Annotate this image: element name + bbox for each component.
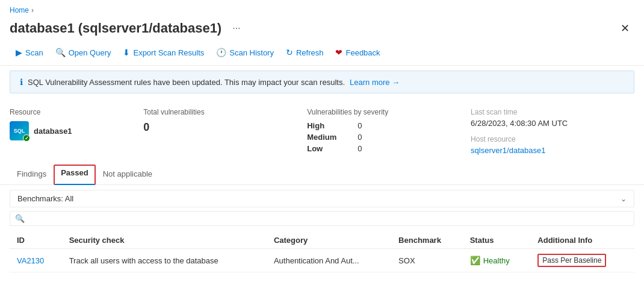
status-healthy: ✅ Healthy bbox=[470, 256, 524, 265]
results-table: ID Security check Category Benchmark Sta… bbox=[10, 231, 634, 272]
severity-medium-count: 0 bbox=[358, 133, 362, 142]
severity-block: Vulnerabilities by severity High 0 Mediu… bbox=[307, 108, 471, 153]
header: database1 (sqlserver1/database1) ··· ✕ bbox=[0, 17, 644, 42]
sql-badge: ✓ bbox=[23, 134, 30, 142]
sql-icon: SQL ✓ bbox=[10, 121, 29, 140]
cell-category: Authentication And Aut... bbox=[267, 249, 391, 272]
open-query-icon: 🔍 bbox=[55, 48, 66, 57]
scan-icon: ▶ bbox=[16, 48, 22, 57]
total-vulns-block: Total vulnerabilities 0 bbox=[143, 108, 307, 134]
severity-high-label: High bbox=[307, 121, 343, 130]
chevron-down-icon: ⌄ bbox=[621, 195, 627, 203]
table-row: VA2130 Track all users with access to th… bbox=[10, 249, 634, 272]
export-label: Export Scan Results bbox=[133, 48, 204, 57]
last-scan-value: 6/28/2023, 4:08:30 AM UTC bbox=[471, 119, 620, 128]
scan-history-button[interactable]: 🕐 Scan History bbox=[210, 45, 280, 60]
tab-passed[interactable]: Passed bbox=[54, 165, 96, 185]
scan-info-block: Last scan time 6/28/2023, 4:08:30 AM UTC… bbox=[471, 108, 634, 155]
column-id: ID bbox=[10, 231, 62, 249]
breadcrumb-home[interactable]: Home bbox=[10, 6, 29, 14]
pass-per-baseline-badge: Pass Per Baseline bbox=[537, 254, 606, 267]
column-security-check: Security check bbox=[62, 231, 267, 249]
column-status: Status bbox=[463, 231, 531, 249]
cell-security-check: Track all users with access to the datab… bbox=[62, 249, 267, 272]
resource-name: database1 bbox=[34, 127, 72, 136]
scan-history-label: Scan History bbox=[229, 48, 274, 57]
resource-display: SQL ✓ database1 bbox=[10, 121, 129, 140]
total-vulns-value: 0 bbox=[143, 121, 293, 134]
scan-label: Scan bbox=[25, 48, 43, 57]
column-category: Category bbox=[267, 231, 391, 249]
breadcrumb: Home › bbox=[0, 0, 644, 17]
cell-benchmark: SOX bbox=[391, 249, 463, 272]
total-vulns-label: Total vulnerabilities bbox=[143, 108, 293, 116]
severity-low-count: 0 bbox=[358, 144, 362, 153]
summary-section: Resource SQL ✓ database1 Total vulnerabi… bbox=[0, 98, 644, 160]
open-query-button[interactable]: 🔍 Open Query bbox=[49, 45, 117, 60]
search-icon: 🔍 bbox=[15, 214, 25, 223]
page-title: database1 (sqlserver1/database1) bbox=[10, 20, 221, 36]
table-section: ID Security check Category Benchmark Sta… bbox=[0, 231, 644, 272]
resource-label: Resource bbox=[10, 108, 129, 116]
host-resource-label: Host resource bbox=[471, 135, 620, 143]
scan-button[interactable]: ▶ Scan bbox=[10, 45, 49, 60]
benchmark-filter-text: Benchmarks: All bbox=[17, 194, 73, 203]
severity-high-count: 0 bbox=[358, 121, 362, 130]
cell-additional-info: Pass Per Baseline bbox=[530, 249, 634, 272]
export-scan-results-button[interactable]: ⬇ Export Scan Results bbox=[117, 45, 210, 60]
refresh-label: Refresh bbox=[296, 48, 324, 57]
benchmark-filter[interactable]: Benchmarks: All ⌄ bbox=[10, 190, 634, 207]
severity-medium-label: Medium bbox=[307, 133, 343, 142]
feedback-button[interactable]: ❤ Feedback bbox=[329, 45, 386, 60]
info-icon: ℹ bbox=[20, 77, 23, 87]
info-banner: ℹ SQL Vulnerability Assessment rules hav… bbox=[10, 71, 634, 93]
toolbar: ▶ Scan 🔍 Open Query ⬇ Export Scan Result… bbox=[0, 42, 644, 66]
severity-label: Vulnerabilities by severity bbox=[307, 108, 456, 116]
tab-findings[interactable]: Findings bbox=[10, 165, 54, 184]
severity-table: High 0 Medium 0 Low 0 bbox=[307, 121, 456, 153]
resource-block: Resource SQL ✓ database1 bbox=[10, 108, 143, 140]
severity-high-row: High 0 bbox=[307, 121, 456, 130]
severity-low-row: Low 0 bbox=[307, 144, 456, 153]
refresh-icon: ↻ bbox=[286, 48, 293, 57]
search-box: 🔍 bbox=[10, 211, 634, 226]
column-benchmark: Benchmark bbox=[391, 231, 463, 249]
table-body: VA2130 Track all users with access to th… bbox=[10, 249, 634, 272]
cell-id: VA2130 bbox=[10, 249, 62, 272]
tab-not-applicable[interactable]: Not applicable bbox=[96, 165, 159, 184]
open-query-label: Open Query bbox=[69, 48, 111, 57]
search-input[interactable] bbox=[28, 214, 629, 223]
severity-low-label: Low bbox=[307, 144, 343, 153]
va-id-link[interactable]: VA2130 bbox=[17, 256, 44, 265]
last-scan-label: Last scan time bbox=[471, 108, 620, 116]
column-additional-info: Additional Info bbox=[530, 231, 634, 249]
banner-learn-more-link[interactable]: Learn more → bbox=[350, 78, 400, 87]
breadcrumb-separator: › bbox=[31, 6, 34, 14]
tabs: Findings Passed Not applicable bbox=[10, 165, 634, 184]
history-icon: 🕐 bbox=[216, 48, 226, 57]
healthy-icon: ✅ bbox=[470, 256, 480, 265]
filter-section: Benchmarks: All ⌄ 🔍 bbox=[0, 185, 644, 231]
severity-medium-row: Medium 0 bbox=[307, 133, 456, 142]
table-header-row: ID Security check Category Benchmark Sta… bbox=[10, 231, 634, 249]
banner-message: SQL Vulnerability Assessment rules have … bbox=[28, 78, 345, 87]
cell-status: ✅ Healthy bbox=[463, 249, 531, 272]
ellipsis-button[interactable]: ··· bbox=[228, 20, 245, 36]
host-resource-link[interactable]: sqlserver1/database1 bbox=[471, 146, 545, 155]
table-header: ID Security check Category Benchmark Sta… bbox=[10, 231, 634, 249]
close-button[interactable]: ✕ bbox=[616, 19, 634, 37]
export-icon: ⬇ bbox=[123, 48, 130, 57]
feedback-label: Feedback bbox=[345, 48, 380, 57]
refresh-button[interactable]: ↻ Refresh bbox=[280, 45, 330, 60]
feedback-icon: ❤ bbox=[335, 48, 342, 57]
tabs-section: Findings Passed Not applicable bbox=[0, 160, 644, 185]
